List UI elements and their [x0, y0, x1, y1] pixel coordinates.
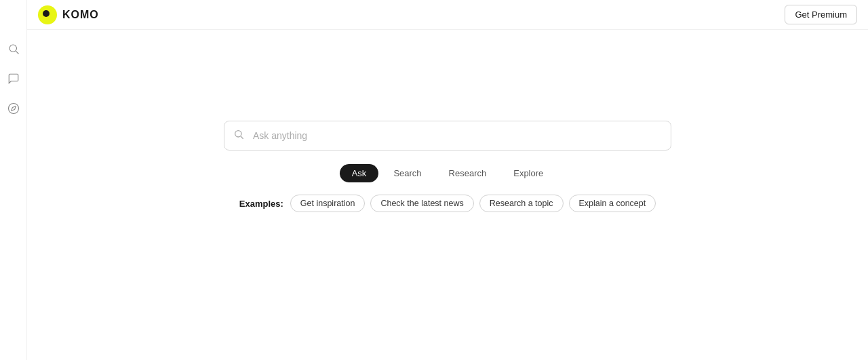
logo-text: KOMO [62, 9, 99, 21]
examples-row: Examples: Get inspiration Check the late… [239, 195, 656, 212]
search-container [224, 121, 671, 151]
tab-ask[interactable]: Ask [340, 164, 379, 182]
example-chip-2[interactable]: Research a topic [479, 195, 564, 212]
search-input-icon [233, 129, 244, 142]
example-chip-1[interactable]: Check the latest news [370, 195, 473, 212]
examples-label: Examples: [239, 199, 283, 209]
svg-point-0 [9, 45, 17, 52]
main-content: KOMO Get Premium Ask Search Research Exp… [27, 0, 868, 360]
svg-line-1 [16, 51, 18, 54]
compass-sidebar-icon[interactable] [5, 100, 22, 117]
logo-area: KOMO [38, 5, 99, 24]
example-chip-3[interactable]: Explain a concept [569, 195, 656, 212]
center-content: Ask Search Research Explore Examples: Ge… [27, 0, 868, 360]
svg-marker-3 [11, 106, 15, 111]
sidebar [0, 0, 27, 360]
svg-point-4 [235, 131, 241, 137]
header: KOMO Get Premium [27, 0, 868, 30]
chat-sidebar-icon[interactable] [5, 71, 22, 87]
svg-line-5 [241, 136, 243, 139]
example-chip-0[interactable]: Get inspiration [290, 195, 366, 212]
search-sidebar-icon[interactable] [5, 41, 22, 57]
svg-point-2 [8, 104, 18, 114]
tab-search[interactable]: Search [381, 164, 433, 182]
search-input[interactable] [224, 121, 671, 151]
tab-explore[interactable]: Explore [501, 164, 555, 182]
get-premium-button[interactable]: Get Premium [785, 5, 857, 24]
tab-research[interactable]: Research [437, 164, 499, 182]
mode-tabs: Ask Search Research Explore [340, 164, 556, 182]
logo-icon [38, 5, 57, 24]
